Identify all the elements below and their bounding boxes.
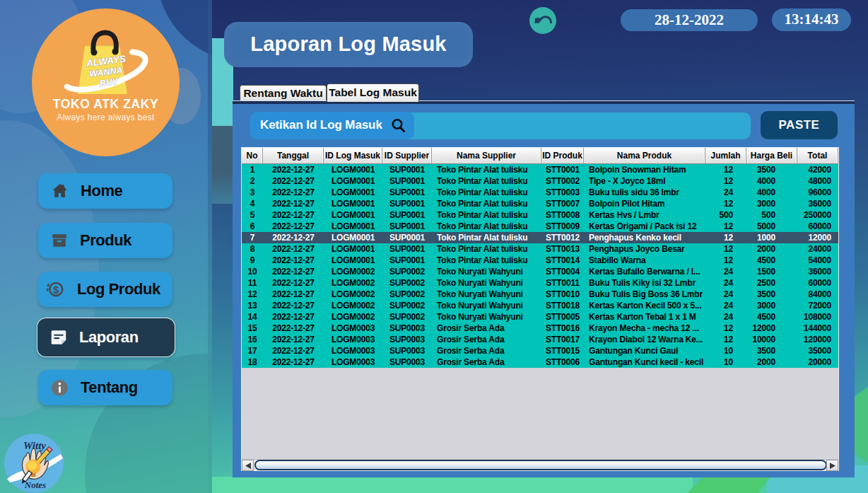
svg-text:Witty: Witty — [23, 440, 46, 451]
svg-text:$: $ — [53, 284, 59, 296]
svg-text:Notes: Notes — [24, 480, 46, 490]
